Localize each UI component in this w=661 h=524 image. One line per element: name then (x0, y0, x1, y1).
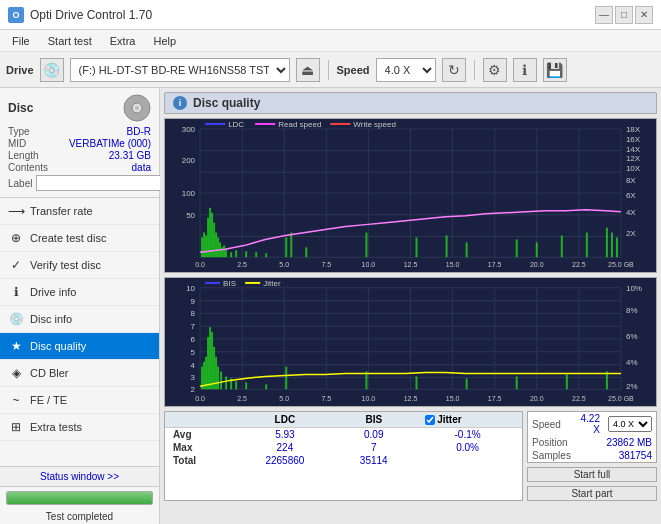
svg-rect-70 (245, 251, 247, 257)
col-header-ldc: LDC (235, 412, 334, 428)
minimize-button[interactable]: — (595, 6, 613, 24)
speed-select[interactable]: 4.0 X (376, 58, 436, 82)
menu-extra[interactable]: Extra (102, 33, 144, 49)
svg-rect-157 (466, 378, 468, 389)
settings-button[interactable]: ⚙ (483, 58, 507, 82)
close-button[interactable]: ✕ (635, 6, 653, 24)
disc-label-input[interactable] (36, 175, 169, 191)
svg-rect-69 (235, 250, 237, 257)
disc-length-value: 23.31 GB (109, 150, 151, 161)
start-part-button[interactable]: Start part (527, 486, 657, 501)
svg-text:8X: 8X (626, 176, 636, 185)
sidebar-item-transfer-rate[interactable]: ⟶ Transfer rate (0, 198, 159, 225)
svg-text:14X: 14X (626, 145, 641, 154)
stats-max-ldc: 224 (235, 441, 334, 454)
jitter-checkbox-input[interactable] (425, 415, 435, 425)
svg-text:7.5: 7.5 (321, 261, 331, 268)
svg-text:Write speed: Write speed (353, 120, 396, 129)
titlebar-controls: — □ ✕ (595, 6, 653, 24)
status-area: Status window >> Test completed (0, 466, 159, 524)
app-icon: O (8, 7, 24, 23)
svg-text:20.0: 20.0 (530, 261, 544, 268)
svg-text:12X: 12X (626, 154, 641, 163)
stats-max-row: Max 224 7 0.0% (165, 441, 522, 454)
samples-value: 381754 (575, 449, 656, 462)
toolbar-separator2 (474, 60, 475, 80)
sidebar-item-label-transfer-rate: Transfer rate (30, 205, 93, 217)
sidebar-item-create-test-disc[interactable]: ⊕ Create test disc (0, 225, 159, 252)
col-header-jitter: Jitter (413, 412, 522, 428)
eject-button[interactable]: ⏏ (296, 58, 320, 82)
save-button[interactable]: 💾 (543, 58, 567, 82)
sidebar-progress-container (6, 491, 153, 505)
stats-total-bis: 35114 (334, 454, 413, 467)
sidebar-item-verify-test-disc[interactable]: ✓ Verify test disc (0, 252, 159, 279)
maximize-button[interactable]: □ (615, 6, 633, 24)
disc-svg-icon (123, 94, 151, 122)
speed-select-cell[interactable]: 4.0 X (604, 412, 656, 436)
svg-rect-159 (566, 374, 568, 389)
speed-label: Speed (337, 64, 370, 76)
stats-total-label: Total (165, 454, 235, 467)
svg-rect-152 (245, 382, 247, 389)
sidebar-item-disc-info[interactable]: 💿 Disc info (0, 306, 159, 333)
svg-rect-74 (290, 233, 292, 258)
info-button[interactable]: ℹ (513, 58, 537, 82)
menu-file[interactable]: File (4, 33, 38, 49)
drive-select[interactable]: (F:) HL-DT-ST BD-RE WH16NS58 TST4 (70, 58, 290, 82)
svg-text:2X: 2X (626, 230, 636, 239)
sidebar-status-text: Test completed (0, 509, 159, 524)
sidebar-item-extra-tests[interactable]: ⊞ Extra tests (0, 414, 159, 441)
svg-rect-77 (416, 237, 418, 257)
stats-row: LDC BIS Jitter (164, 411, 657, 501)
svg-text:5.0: 5.0 (279, 395, 289, 402)
drive-icon-btn[interactable]: 💿 (40, 58, 64, 82)
svg-rect-66 (223, 245, 225, 257)
svg-text:22.5: 22.5 (572, 395, 586, 402)
status-window-label: Status window >> (40, 471, 119, 482)
stats-total-jitter (413, 454, 522, 467)
svg-rect-71 (255, 252, 257, 257)
jitter-checkbox[interactable]: Jitter (421, 414, 514, 425)
extra-tests-icon: ⊞ (8, 419, 24, 435)
svg-rect-142 (207, 337, 209, 389)
svg-text:2: 2 (191, 385, 196, 394)
svg-text:0.0: 0.0 (195, 261, 205, 268)
svg-text:22.5: 22.5 (572, 261, 586, 268)
sidebar-item-cd-bler[interactable]: ◈ CD Bler (0, 360, 159, 387)
sidebar-item-fe-te[interactable]: ~ FE / TE (0, 387, 159, 414)
svg-rect-154 (285, 367, 287, 390)
toolbar-separator (328, 60, 329, 80)
sidebar-item-label-verify-test-disc: Verify test disc (30, 259, 101, 271)
stats-max-jitter: 0.0% (413, 441, 522, 454)
panel-title: Disc quality (193, 96, 260, 110)
speed-select-stats[interactable]: 4.0 X (608, 416, 652, 432)
svg-text:50: 50 (186, 211, 195, 220)
svg-text:10.0: 10.0 (362, 261, 376, 268)
svg-rect-144 (211, 332, 213, 389)
sidebar-item-label-disc-quality: Disc quality (30, 340, 86, 352)
menu-help[interactable]: Help (145, 33, 184, 49)
disc-panel-header: Disc (8, 94, 151, 122)
svg-text:9: 9 (191, 297, 196, 306)
toolbar: Drive 💿 (F:) HL-DT-ST BD-RE WH16NS58 TST… (0, 52, 661, 88)
svg-rect-78 (446, 235, 448, 257)
speed-value: 4.22 X (575, 412, 604, 436)
stats-avg-row: Avg 5.93 0.09 -0.1% (165, 428, 522, 442)
disc-label-row: Label 🔍 (8, 175, 151, 191)
status-window-button[interactable]: Status window >> (0, 467, 159, 487)
refresh-button[interactable]: ↻ (442, 58, 466, 82)
svg-text:200: 200 (182, 156, 196, 165)
sidebar-item-disc-quality[interactable]: ★ Disc quality (0, 333, 159, 360)
sidebar-item-drive-info[interactable]: ℹ Drive info (0, 279, 159, 306)
svg-text:300: 300 (182, 125, 196, 134)
start-full-button[interactable]: Start full (527, 467, 657, 482)
svg-rect-55 (201, 237, 203, 257)
svg-text:20.0: 20.0 (530, 395, 544, 402)
disc-contents-label: Contents (8, 162, 48, 173)
svg-text:Read speed: Read speed (278, 120, 321, 129)
drive-label: Drive (6, 64, 34, 76)
svg-text:3: 3 (191, 373, 196, 382)
menu-start-test[interactable]: Start test (40, 33, 100, 49)
svg-rect-156 (416, 376, 418, 389)
